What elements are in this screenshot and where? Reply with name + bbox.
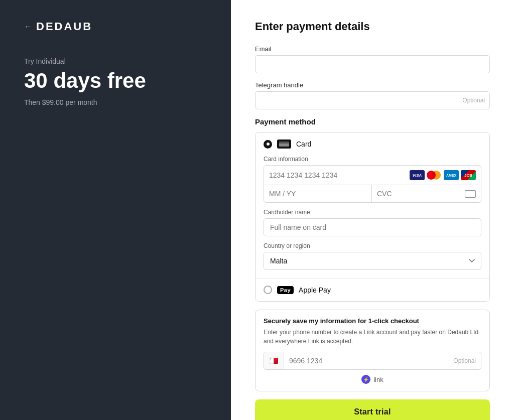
start-trial-button[interactable]: Start trial [255, 399, 490, 420]
card-details-section: Card information VISA AMEX JCB [255, 156, 489, 278]
cvc-icon [465, 190, 476, 198]
card-info-label: Card information [264, 156, 481, 163]
card-number-input[interactable] [269, 171, 410, 179]
cardholder-input[interactable] [264, 218, 481, 236]
visa-logo: VISA [410, 170, 425, 180]
phone-flag[interactable]: 🇲🇹 [264, 352, 284, 369]
back-link[interactable]: ← DEDAUB [24, 20, 207, 33]
telegram-label: Telegram handle [255, 81, 490, 89]
payment-method-box: Card Card information VISA AMEX JCB [255, 132, 490, 302]
save-info-desc: Enter your phone number to create a Link… [264, 328, 481, 346]
email-field-group: Email [255, 45, 490, 73]
card-option[interactable]: Card [255, 132, 489, 156]
save-info-box: Securely save my information for 1-click… [255, 310, 490, 391]
card-option-label: Card [296, 140, 311, 148]
cvc-input[interactable] [377, 190, 465, 198]
country-wrap: Country or region Malta United States Un… [264, 242, 481, 270]
phone-input-wrap: 🇲🇹 Optional [264, 352, 481, 370]
telegram-field-group: Telegram handle Optional [255, 81, 490, 109]
telegram-input[interactable] [255, 91, 490, 109]
link-row: ⚡ link [264, 375, 481, 384]
plan-info: Try Individual 30 days free Then $99.00 … [24, 57, 207, 106]
card-stripe-icon [279, 142, 289, 147]
card-icon [277, 139, 291, 149]
flag-emoji: 🇲🇹 [269, 356, 279, 365]
applepay-radio[interactable] [264, 286, 272, 294]
country-label: Country or region [264, 242, 481, 249]
card-number-row: VISA AMEX JCB [264, 166, 481, 185]
link-icon: ⚡ [361, 375, 370, 384]
card-number-wrap: VISA AMEX JCB [264, 165, 481, 203]
plan-heading: 30 days free [24, 69, 207, 92]
jcb-logo: JCB [461, 170, 476, 180]
payment-method-title: Payment method [255, 117, 490, 126]
save-info-title: Securely save my information for 1-click… [264, 317, 481, 325]
telegram-input-wrap: Optional [255, 91, 490, 109]
card-radio[interactable] [264, 140, 272, 149]
link-label: link [373, 376, 383, 383]
mastercard-logo [427, 170, 442, 180]
phone-input[interactable] [284, 353, 448, 369]
card-logos: VISA AMEX JCB [410, 170, 476, 180]
plan-sub-label: Then $99.00 per month [24, 98, 207, 106]
phone-optional-tag: Optional [448, 353, 481, 368]
left-panel: ← DEDAUB Try Individual 30 days free The… [0, 0, 231, 420]
page-title: Enter payment details [255, 20, 490, 33]
expiry-input[interactable] [264, 185, 371, 202]
cvc-wrap [371, 185, 481, 202]
expiry-cvc-row [264, 185, 481, 202]
logo: DEDAUB [36, 20, 92, 33]
amex-logo: AMEX [444, 170, 459, 180]
cardholder-label: Cardholder name [264, 209, 481, 216]
cardholder-wrap: Cardholder name [264, 209, 481, 236]
applepay-option[interactable]: Pay Apple Pay [255, 278, 489, 301]
email-input[interactable] [255, 55, 490, 73]
applepay-label: Apple Pay [299, 286, 331, 294]
applepay-icon: Pay [277, 286, 294, 294]
country-select[interactable]: Malta United States United Kingdom Germa… [264, 252, 481, 270]
email-label: Email [255, 45, 490, 53]
try-label: Try Individual [24, 57, 207, 65]
right-panel: Enter payment details Email Telegram han… [231, 0, 514, 420]
back-arrow-icon: ← [24, 22, 32, 31]
